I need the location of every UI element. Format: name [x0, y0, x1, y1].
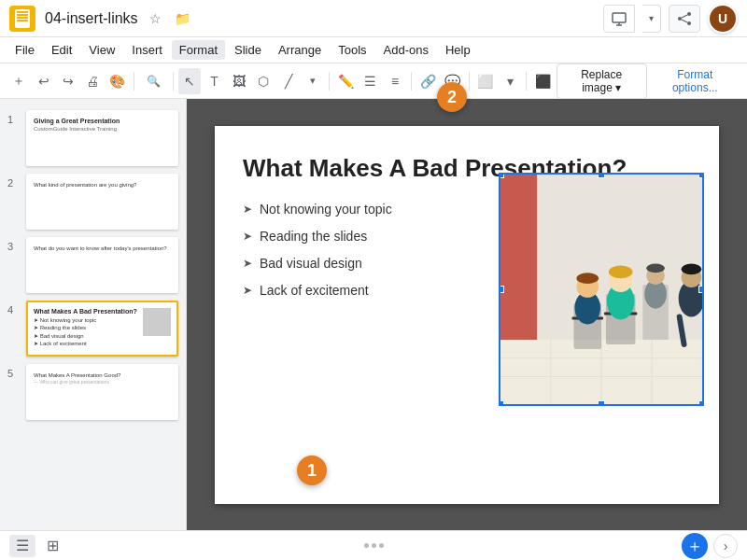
document-title[interactable]: 04-insert-links — [45, 10, 138, 27]
slide-item-3[interactable]: 3 What do you want to know after today's… — [0, 233, 186, 297]
expand-icon: › — [724, 539, 728, 553]
paint-format-button[interactable]: 🎨 — [106, 68, 129, 94]
add-slide-button[interactable]: ＋ — [682, 533, 708, 559]
svg-line-7 — [682, 20, 687, 22]
bullet-arrow-1: ➤ — [243, 198, 252, 220]
star-icon[interactable]: ☆ — [146, 9, 165, 28]
image-button[interactable]: 🖼 — [228, 68, 250, 94]
svg-point-29 — [646, 263, 665, 273]
slides-panel: 1 Giving a Great Presentation CustomGuid… — [0, 99, 187, 530]
slide-number-1: 1 — [7, 110, 21, 125]
annotation-circle-2: 2 — [437, 82, 467, 112]
handle-tc[interactable] — [598, 173, 605, 178]
menu-addons[interactable]: Add-ons — [376, 40, 436, 60]
menu-tools[interactable]: Tools — [331, 40, 374, 60]
scene-svg — [500, 175, 702, 404]
slide-number-5: 5 — [7, 364, 21, 379]
background-button[interactable]: ⬛ — [531, 68, 554, 94]
present-button[interactable] — [603, 5, 635, 33]
slide-3-body: What do you want to know after today's p… — [34, 245, 171, 252]
slide-1-sub: CustomGuide Interactive Training — [34, 126, 171, 132]
bullet-arrow-3: ➤ — [243, 252, 252, 274]
menu-edit[interactable]: Edit — [44, 40, 79, 60]
menu-format[interactable]: Format — [172, 40, 225, 60]
zoom-button[interactable]: 🔍 — [139, 68, 168, 94]
shapes-button[interactable]: ⬡ — [252, 68, 275, 94]
list-view-button[interactable]: ☰ — [9, 535, 35, 557]
bullet-arrow-4: ➤ — [243, 279, 252, 301]
share-button[interactable] — [669, 5, 700, 33]
pen-button[interactable]: ✏️ — [334, 68, 357, 94]
slide-thumb-2[interactable]: What kind of presentation are you giving… — [26, 174, 178, 230]
more-button[interactable]: ▾ — [499, 68, 521, 94]
more-shapes-button[interactable]: ▾ — [302, 68, 324, 94]
slide-canvas[interactable]: What Makes A Bad Presentation? ➤ Not kno… — [215, 126, 719, 504]
slide-item-5[interactable]: 5 What Makes A Presentation Good? — Who … — [0, 360, 186, 424]
list-button[interactable]: ☰ — [359, 68, 381, 94]
slide-number-2: 2 — [7, 174, 21, 189]
toolbar-sep-4 — [411, 72, 412, 91]
slide-5-body: What Makes A Presentation Good? — [34, 371, 171, 379]
handle-tr[interactable] — [698, 173, 704, 178]
toolbar: ＋ ↩ ↪ 🖨 🎨 🔍 ↖ T 🖼 ⬡ ╱ ▾ ✏️ ☰ ≡ 🔗 💬 ⬜ ▾ ⬛… — [0, 63, 747, 99]
slide-thumb-5[interactable]: What Makes A Presentation Good? — Who ca… — [26, 364, 178, 420]
menu-insert[interactable]: Insert — [124, 40, 170, 60]
link-button[interactable]: 🔗 — [416, 68, 439, 94]
svg-point-25 — [609, 265, 633, 278]
svg-rect-0 — [613, 13, 626, 22]
titlebar-right: ▾ U — [603, 4, 738, 34]
bullet-text-3: Bad visual design — [260, 252, 362, 275]
bullet-arrow-2: ➤ — [243, 225, 252, 247]
handle-ml[interactable] — [499, 286, 504, 293]
svg-point-5 — [678, 17, 682, 21]
slide-thumb-4[interactable]: What Makes A Bad Presentation? ➤ Not kno… — [26, 301, 178, 357]
handle-bc[interactable] — [598, 400, 605, 406]
title-bar: 04-insert-links ☆ 📁 ▾ U — [0, 0, 747, 37]
handle-mr[interactable] — [698, 286, 704, 293]
slide-number-3: 3 — [7, 237, 21, 252]
user-avatar[interactable]: U — [708, 4, 738, 34]
slide-4-img — [143, 308, 171, 336]
menu-arrange[interactable]: Arrange — [271, 40, 329, 60]
handle-tl[interactable] — [499, 173, 504, 178]
slide-item-1[interactable]: 1 Giving a Great Presentation CustomGuid… — [0, 106, 186, 170]
slide-thumb-1[interactable]: Giving a Great Presentation CustomGuide … — [26, 110, 178, 166]
expand-button[interactable]: › — [713, 534, 738, 558]
slide-2-body: What kind of presentation are you giving… — [34, 181, 171, 189]
svg-line-6 — [682, 15, 687, 18]
grid-view-button[interactable]: ⊞ — [39, 535, 65, 557]
view-buttons: ☰ ⊞ — [9, 535, 65, 557]
select-button[interactable]: ↖ — [178, 68, 201, 94]
line-button[interactable]: ╱ — [276, 68, 299, 94]
slide-item-4[interactable]: 4 What Makes A Bad Presentation? ➤ Not k… — [0, 297, 186, 360]
editor-area: What Makes A Bad Presentation? ➤ Not kno… — [187, 99, 747, 530]
present-icon — [612, 11, 627, 26]
slide-thumb-3[interactable]: What do you want to know after today's p… — [26, 237, 178, 293]
handle-bl[interactable] — [499, 400, 504, 406]
format-options-button[interactable]: Format options... — [651, 64, 740, 98]
annotation-circle-1: 1 — [297, 455, 327, 485]
bottom-right: ＋ › — [682, 533, 738, 559]
undo-button[interactable]: ↩ — [32, 68, 54, 94]
dot-3 — [379, 543, 384, 548]
menu-view[interactable]: View — [81, 40, 122, 60]
handle-br[interactable] — [698, 400, 704, 406]
menu-help[interactable]: Help — [438, 40, 478, 60]
folder-icon[interactable]: 📁 — [171, 9, 194, 28]
svg-point-20 — [576, 273, 599, 284]
redo-button[interactable]: ↪ — [57, 68, 79, 94]
present-dropdown[interactable]: ▾ — [642, 5, 661, 33]
text-box-button[interactable]: T — [203, 68, 225, 94]
align-button[interactable]: ≡ — [384, 68, 406, 94]
print-button[interactable]: 🖨 — [81, 68, 104, 94]
slide-item-2[interactable]: 2 What kind of presentation are you givi… — [0, 170, 186, 233]
menu-slide[interactable]: Slide — [227, 40, 269, 60]
replace-image-button[interactable]: Replace image ▾ — [557, 63, 647, 99]
transform-button[interactable]: ⬜ — [474, 68, 497, 94]
add-button[interactable]: ＋ — [7, 68, 30, 94]
slide-5-sub: — Who can give great presentations — [34, 379, 171, 385]
menu-file[interactable]: File — [7, 40, 42, 60]
bullet-text-1: Not knowing your topic — [260, 198, 392, 221]
title-icons: ☆ 📁 — [146, 9, 194, 28]
slide-image[interactable] — [499, 173, 704, 406]
